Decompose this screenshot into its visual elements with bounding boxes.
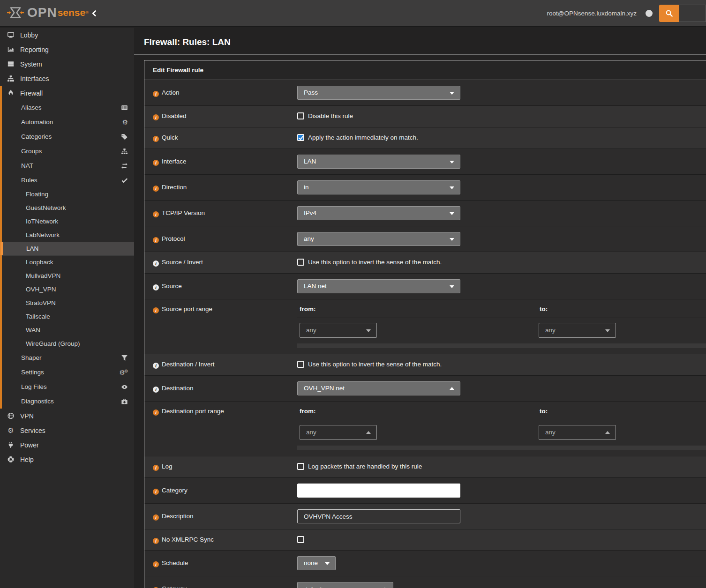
sidebar-item-log-files[interactable]: Log Files — [0, 380, 134, 394]
info-icon[interactable]: i — [153, 514, 159, 521]
horizontal-scrollbar[interactable] — [297, 446, 706, 450]
info-icon[interactable]: i — [153, 307, 159, 313]
sidebar-item-rules[interactable]: Rules — [0, 173, 134, 187]
sidebar-item-labnetwork[interactable]: LabNetwork — [0, 228, 134, 242]
info-icon[interactable]: i — [153, 211, 159, 217]
opnsense-logo[interactable]: OPNsense® — [7, 5, 89, 21]
destination-select[interactable]: OVH_VPN net — [297, 381, 460, 395]
destination-port-range-to-select[interactable]: any — [539, 425, 616, 440]
source-select[interactable]: LAN net — [297, 279, 460, 293]
destination-port-range-from-select[interactable]: any — [300, 425, 377, 440]
sidebar-item-wan[interactable]: WAN — [0, 323, 134, 337]
info-icon[interactable]: i — [153, 363, 159, 369]
logo-text-sense: sense — [58, 5, 86, 21]
search-button[interactable] — [659, 5, 679, 22]
sidebar-item-vpn[interactable]: VPN — [0, 409, 134, 423]
form-row-no-xmlrpc-sync: iNo XMLRPC Sync — [144, 529, 706, 550]
sidebar-item-aliases[interactable]: Aliases — [0, 100, 134, 115]
sidebar-item-groups[interactable]: Groups — [0, 144, 134, 158]
chart-area-icon — [6, 46, 15, 53]
source-port-range-from-select[interactable]: any — [300, 323, 377, 338]
tcp-ip-version-select[interactable]: IPv4 — [297, 206, 460, 220]
source-port-range-to-select[interactable]: any — [539, 323, 616, 338]
sidebar-item-loopback[interactable]: Loopback — [0, 255, 134, 269]
field-label: Action — [162, 89, 180, 96]
sidebar-item-nat[interactable]: NAT — [0, 158, 134, 173]
sidebar-item-floating[interactable]: Floating — [0, 187, 134, 201]
sidebar-item-ovh-vpn[interactable]: OVH_VPN — [0, 283, 134, 296]
sidebar-item-mullvadvpn[interactable]: MullvadVPN — [0, 269, 134, 283]
quick-checkbox[interactable] — [297, 134, 304, 141]
sidebar-item-reporting[interactable]: Reporting — [0, 42, 134, 57]
sidebar-item-shaper[interactable]: Shaper — [0, 350, 134, 365]
field-label: Disabled — [162, 112, 187, 119]
no-xmlrpc-sync-checkbox[interactable] — [297, 536, 304, 543]
disabled-checkbox[interactable] — [297, 112, 304, 119]
sidebar-item-iotnetwork[interactable]: IoTNetwork — [0, 215, 134, 228]
info-icon[interactable]: i — [153, 91, 159, 97]
sidebar-item-interfaces[interactable]: Interfaces — [0, 71, 134, 86]
sidebar-item-diagnostics[interactable]: Diagnostics — [0, 394, 134, 409]
info-icon[interactable]: i — [153, 465, 159, 471]
info-icon[interactable]: i — [153, 136, 159, 142]
selected-value: any — [306, 327, 316, 334]
info-icon[interactable]: i — [153, 160, 159, 166]
info-icon[interactable]: i — [153, 489, 159, 495]
category-input[interactable] — [297, 484, 460, 498]
horizontal-scrollbar[interactable] — [297, 343, 706, 348]
schedule-select[interactable]: none — [297, 556, 336, 570]
interface-select[interactable]: LAN — [297, 155, 460, 169]
sidebar-item-help[interactable]: Help — [0, 452, 134, 467]
search-input[interactable] — [679, 5, 706, 22]
sidebar-item-automation[interactable]: Automation⚙ — [0, 115, 134, 129]
caret-down-icon — [450, 92, 454, 95]
sidebar-item-power[interactable]: Power — [0, 438, 134, 452]
sidebar-item-firewall[interactable]: Firewall — [0, 86, 134, 100]
sidebar-item-lan[interactable]: LAN — [0, 242, 134, 255]
action-select[interactable]: Pass — [297, 86, 460, 100]
sidebar-item-settings[interactable]: Settings⚙ — [0, 365, 134, 380]
log-checkbox[interactable] — [297, 463, 304, 470]
status-dot[interactable] — [646, 10, 653, 17]
sidebar-item-categories[interactable]: Categories — [0, 129, 134, 144]
sidebar-item-stratovpn[interactable]: StratoVPN — [0, 296, 134, 310]
info-icon[interactable]: i — [153, 114, 159, 120]
info-icon[interactable]: i — [153, 284, 159, 290]
selected-value: LAN net — [304, 283, 327, 290]
sidebar-collapse-button[interactable] — [91, 10, 97, 17]
sidebar-item-wireguard-group[interactable]: WireGuard (Group) — [0, 337, 134, 350]
sidebar-item-services[interactable]: ⚙Services — [0, 423, 134, 438]
info-icon[interactable]: i — [153, 237, 159, 243]
destination-invert-checkbox[interactable] — [297, 361, 304, 368]
sidebar-item-label: Rules — [21, 177, 38, 184]
field-label: Direction — [162, 184, 187, 191]
field-label: Category — [162, 487, 188, 494]
sidebar-item-label: Lobby — [20, 31, 38, 39]
gateway-select[interactable]: default — [297, 582, 393, 588]
info-icon[interactable]: i — [153, 538, 159, 544]
checkbox-label: Use this option to invert the sense of t… — [308, 361, 442, 368]
info-icon[interactable]: i — [153, 561, 159, 567]
description-input[interactable] — [297, 509, 460, 523]
sitemap-icon — [6, 75, 15, 82]
info-icon[interactable]: i — [153, 186, 159, 192]
sidebar-item-tailscale[interactable]: Tailscale — [0, 310, 134, 323]
caret-up-icon — [605, 431, 610, 434]
sidebar-item-label: Log Files — [21, 383, 47, 390]
direction-select[interactable]: in — [297, 180, 460, 194]
info-icon[interactable]: i — [153, 409, 159, 416]
sidebar-item-label: Help — [20, 456, 34, 463]
sidebar-item-label: LAN — [26, 242, 38, 255]
field-label: Gateway — [162, 585, 187, 588]
info-icon[interactable]: i — [153, 387, 159, 393]
source-invert-checkbox[interactable] — [297, 259, 304, 266]
form-row-tcp-ip-version: iTCP/IP VersionIPv4 — [144, 200, 706, 226]
form-row-source: iSourceLAN net — [144, 273, 706, 299]
form-row-source-invert: iSource / InvertUse this option to inver… — [144, 252, 706, 273]
desktop-icon — [6, 31, 15, 38]
sidebar-item-lobby[interactable]: Lobby — [0, 28, 134, 42]
info-icon[interactable]: i — [153, 261, 159, 267]
sidebar-item-system[interactable]: System — [0, 57, 134, 71]
sidebar-item-guestnetwork[interactable]: GuestNetwork — [0, 201, 134, 215]
protocol-select[interactable]: any — [297, 232, 460, 246]
